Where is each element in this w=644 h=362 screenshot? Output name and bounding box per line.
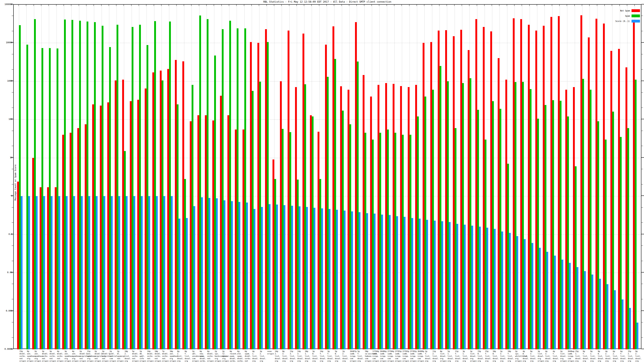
bar-score — [592, 275, 593, 349]
bar-score — [404, 217, 406, 349]
y-minor-tick — [642, 16, 643, 16]
bar-spam — [290, 132, 291, 349]
x-top-tick — [567, 4, 567, 6]
bar-score — [622, 300, 624, 349]
y-minor-tick — [642, 69, 643, 70]
x-top-tick — [379, 4, 379, 6]
y-tick — [11, 272, 13, 273]
bar-not-spam — [400, 86, 402, 349]
y-minor-tick — [642, 284, 643, 284]
x-top-tick — [372, 4, 372, 6]
x-top-tick — [131, 4, 132, 6]
x-top-tick — [34, 4, 34, 6]
legend: Not Spam Spam Score (0..1) — [588, 8, 640, 24]
bar-spam — [109, 47, 111, 349]
bar-not-spam — [498, 58, 500, 349]
x-top-tick — [124, 4, 124, 6]
bar-not-spam — [318, 132, 320, 349]
y-minor-tick — [642, 261, 643, 261]
bar-score — [299, 206, 300, 349]
x-top-tick — [477, 4, 477, 6]
bar-score — [479, 227, 481, 349]
bar-score — [449, 222, 450, 349]
bar-score — [509, 233, 511, 349]
y-minor-tick — [642, 92, 643, 92]
bar-score — [164, 196, 165, 349]
bar-score — [532, 243, 533, 349]
x-top-tick — [424, 4, 424, 6]
bar-spam — [132, 27, 134, 349]
x-top-tick — [214, 4, 214, 6]
bar-not-spam — [588, 37, 590, 349]
bar-not-spam — [212, 120, 214, 349]
x-top-tick — [176, 4, 176, 6]
rbl-statistics-chart: RBL Statistics - Fri May 12 12:58:09 EDT… — [0, 0, 644, 362]
x-top-tick — [116, 4, 116, 6]
x-top-tick — [334, 4, 334, 6]
bar-spam — [477, 110, 479, 349]
bar-spam — [635, 80, 636, 349]
bar-spam — [146, 45, 148, 349]
chart-title: RBL Statistics - Fri May 12 12:58:09 EDT… — [13, 0, 642, 3]
x-top-tick — [514, 4, 514, 6]
bar-not-spam — [393, 84, 394, 349]
bar-score — [284, 205, 285, 349]
x-top-tick — [281, 4, 282, 6]
x-top-tick — [48, 4, 49, 6]
bar-score — [464, 225, 466, 349]
bar-not-spam — [610, 51, 612, 349]
bar-spam — [124, 151, 126, 349]
y-tick — [642, 311, 644, 311]
bar-not-spam — [415, 85, 417, 349]
bar-not-spam — [47, 187, 49, 349]
bar-spam — [402, 135, 404, 349]
bar-score — [614, 290, 616, 349]
bar-spam — [424, 96, 426, 349]
x-top-tick — [432, 4, 432, 6]
bar-not-spam — [265, 29, 267, 349]
bar-score — [516, 236, 518, 349]
x-top-tick — [319, 4, 319, 6]
bar-not-spam — [122, 80, 124, 349]
bar-score — [104, 196, 105, 349]
bar-score — [291, 206, 293, 349]
bar-score — [576, 267, 578, 349]
bar-score — [426, 220, 428, 349]
y-tick — [11, 42, 13, 43]
bar-spam — [320, 179, 321, 349]
bar-spam — [19, 25, 21, 349]
y-minor-tick — [642, 207, 643, 208]
bar-spam — [327, 77, 329, 349]
y-minor-tick — [12, 16, 13, 16]
bar-spam — [530, 89, 532, 349]
bar-spam — [72, 20, 73, 349]
x-top-tick — [634, 4, 634, 6]
bar-spam — [379, 133, 381, 349]
bar-score — [194, 206, 195, 349]
x-top-tick — [259, 4, 259, 6]
bar-spam — [244, 28, 246, 349]
bar-score — [216, 198, 218, 349]
bar-not-spam — [460, 30, 462, 349]
y-tick — [642, 81, 644, 81]
bar-spam — [177, 104, 178, 349]
bar-score — [21, 196, 22, 349]
y-minor-tick — [12, 92, 13, 92]
bar-spam — [49, 48, 51, 349]
y-minor-tick — [642, 222, 643, 223]
bar-spam — [169, 21, 171, 349]
y-tick — [642, 234, 644, 234]
bar-spam — [507, 164, 509, 349]
bar-spam — [56, 48, 58, 349]
bar-spam — [462, 83, 464, 349]
bar-not-spam — [77, 128, 79, 349]
bar-score — [359, 212, 360, 349]
legend-swatch-spam-icon — [632, 14, 640, 17]
x-top-tick — [18, 4, 19, 6]
bar-spam — [222, 29, 224, 349]
bar-score — [28, 196, 30, 349]
x-top-tick — [507, 4, 507, 6]
bar-spam — [410, 135, 411, 349]
y-tick — [11, 195, 13, 196]
x-top-tick — [41, 4, 41, 6]
